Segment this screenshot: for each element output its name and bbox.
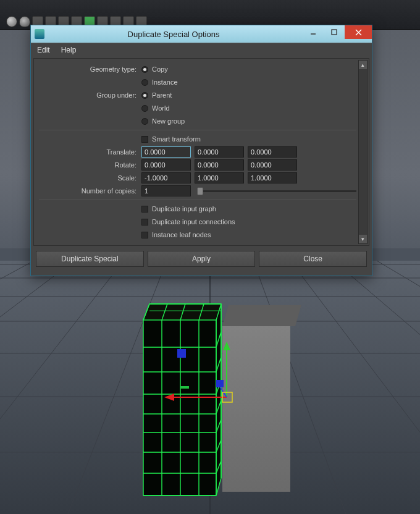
radio-new-group-label: New group — [152, 117, 185, 125]
check-instance-leaf[interactable] — [141, 232, 148, 238]
scroll-up-icon[interactable]: ▴ — [359, 61, 367, 69]
input-translate-z[interactable] — [248, 146, 297, 158]
svg-line-64 — [356, 30, 361, 35]
apply-button[interactable]: Apply — [148, 251, 256, 267]
radio-world-label: World — [152, 104, 170, 112]
toolbar-sphere-icon[interactable] — [6, 16, 17, 27]
radio-instance[interactable] — [141, 79, 148, 86]
minimize-button[interactable] — [303, 25, 324, 39]
radio-instance-label: Instance — [152, 78, 178, 86]
dialog-buttons: Duplicate Special Apply Close — [32, 246, 371, 272]
svg-marker-56 — [164, 394, 174, 401]
input-rotate-x[interactable] — [141, 159, 191, 171]
scroll-down-icon[interactable]: ▾ — [359, 235, 367, 243]
duplicate-special-button[interactable]: Duplicate Special — [36, 251, 144, 267]
svg-rect-61 — [180, 386, 189, 389]
input-scale-y[interactable] — [195, 172, 244, 183]
svg-line-38 — [180, 304, 185, 320]
copies-slider[interactable] — [197, 190, 356, 192]
check-dup-input-graph[interactable] — [141, 206, 148, 213]
input-rotate-y[interactable] — [195, 159, 244, 171]
radio-world[interactable] — [141, 105, 148, 112]
label-dup-input-conn: Duplicate input connections — [152, 218, 235, 225]
svg-line-36 — [162, 304, 167, 320]
scroll-track[interactable] — [359, 69, 367, 235]
input-translate-x[interactable] — [141, 146, 191, 158]
svg-line-40 — [199, 304, 204, 320]
label-rotate: Rotate: — [39, 161, 141, 169]
input-rotate-z[interactable] — [248, 159, 297, 171]
radio-parent-label: Parent — [152, 91, 172, 99]
svg-rect-58 — [177, 349, 186, 358]
menu-help[interactable]: Help — [61, 46, 77, 54]
svg-marker-54 — [223, 342, 230, 350]
svg-line-34 — [216, 461, 221, 473]
label-geometry-type: Geometry type: — [39, 65, 141, 73]
label-instance-leaf: Instance leaf nodes — [152, 231, 211, 238]
svg-rect-63 — [332, 30, 337, 35]
input-scale-x[interactable] — [141, 172, 191, 183]
radio-parent[interactable] — [141, 92, 148, 99]
panel-scrollbar[interactable]: ▴ ▾ — [358, 60, 368, 244]
dialog-title: Duplicate Special Options — [44, 30, 303, 39]
options-panel: Geometry type: Copy Instance Group under… — [33, 58, 369, 246]
check-dup-input-conn[interactable] — [141, 219, 148, 225]
svg-line-65 — [356, 30, 361, 35]
toolbar-head-icon[interactable] — [19, 16, 30, 27]
label-scale: Scale: — [39, 174, 141, 182]
scene-objects — [142, 301, 303, 499]
input-translate-y[interactable] — [195, 146, 244, 158]
input-scale-z[interactable] — [248, 172, 297, 183]
close-dialog-button[interactable]: Close — [259, 251, 367, 267]
label-smart-transform: Smart transform — [152, 135, 201, 143]
menu-edit[interactable]: Edit — [37, 46, 50, 54]
label-copies: Number of copies: — [39, 187, 141, 195]
maximize-button[interactable] — [324, 25, 345, 39]
slider-thumb[interactable] — [197, 187, 203, 195]
svg-rect-59 — [216, 380, 224, 387]
dialog-menubar: Edit Help — [31, 43, 372, 57]
move-manipulator[interactable] — [156, 342, 261, 447]
radio-copy-label: Copy — [152, 65, 168, 73]
svg-marker-17 — [143, 304, 221, 320]
check-smart-transform[interactable] — [141, 136, 148, 143]
label-group-under: Group under: — [39, 91, 141, 99]
radio-new-group[interactable] — [141, 118, 148, 125]
input-copies[interactable] — [141, 185, 191, 196]
label-dup-input-graph: Duplicate input graph — [152, 205, 216, 213]
label-translate: Translate: — [39, 148, 141, 156]
close-button[interactable] — [345, 25, 372, 39]
duplicate-special-dialog: Duplicate Special Options Edit Help Geom… — [30, 25, 372, 276]
titlebar[interactable]: Duplicate Special Options — [31, 25, 372, 43]
radio-copy[interactable] — [141, 66, 148, 73]
svg-line-50 — [143, 304, 149, 320]
maya-app-icon — [35, 29, 44, 39]
